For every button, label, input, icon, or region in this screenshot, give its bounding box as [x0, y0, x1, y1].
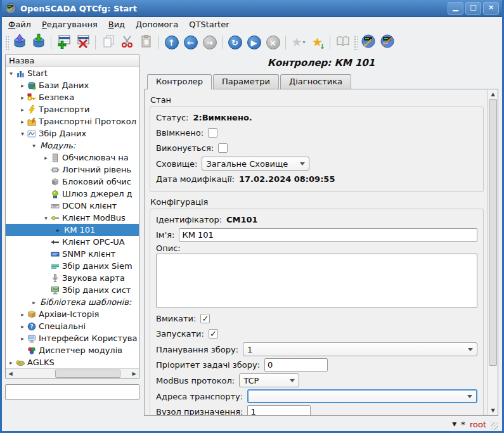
expand-open-icon[interactable]: ▾	[42, 215, 50, 221]
resize-grip[interactable]	[491, 422, 498, 430]
item-delete-icon	[75, 34, 91, 51]
running-checkbox[interactable]	[218, 143, 228, 153]
to-enable-checkbox[interactable]: ✓	[200, 314, 210, 323]
maximize-button[interactable]: □	[465, 2, 481, 15]
qtstarter-launcher-button[interactable]	[378, 34, 396, 51]
menu-help[interactable]: Допомога	[136, 20, 178, 29]
close-button[interactable]: ×	[483, 2, 499, 15]
name-input[interactable]	[179, 228, 477, 242]
item-delete-button[interactable]	[74, 34, 91, 51]
expand-closed-icon[interactable]: ▸	[18, 119, 27, 125]
scroll-right-icon[interactable]: ▶	[129, 369, 139, 378]
form-vertical-scrollbar[interactable]: ▲ ▼	[488, 89, 498, 415]
tab-diagnostics[interactable]: Діагностика	[280, 74, 351, 89]
tree-item-ui[interactable]: ▸Інтерфейси Користува	[6, 332, 139, 344]
expand-closed-icon[interactable]: ▸	[18, 107, 27, 113]
tree-item-aglks[interactable]: ▸AGLKS	[6, 356, 139, 368]
toolbar-handle[interactable]	[4, 35, 9, 50]
menu-edit[interactable]: Редагування	[42, 20, 98, 29]
item-add-button[interactable]	[55, 34, 72, 51]
toolbar-handle[interactable]	[353, 35, 358, 50]
expand-open-icon[interactable]: ▾	[18, 131, 27, 137]
scrollbar-thumb[interactable]	[55, 370, 120, 378]
tree-item-javacalc[interactable]: ▸Обчислювач на	[6, 152, 139, 164]
tree-item-snmp[interactable]: SNMP клієнт	[6, 248, 139, 260]
tree-item-soundcard[interactable]: Звукова карта	[6, 272, 139, 284]
toolbar: ↑ ← → ↻ ▶ × ★▾ ★↓	[2, 32, 502, 53]
panel-splitter[interactable]	[139, 54, 144, 417]
scroll-left-icon[interactable]: ◀	[6, 369, 15, 378]
tree-item-logiclevel[interactable]: Логічний рівень	[6, 164, 139, 176]
expand-closed-icon[interactable]: ▸	[30, 299, 38, 306]
schedule-combobox[interactable]: 1	[243, 342, 477, 356]
stop-button[interactable]: ×	[264, 34, 281, 51]
menu-file[interactable]: Файл	[8, 20, 31, 29]
favorite-add-button[interactable]: ★↓	[309, 34, 326, 51]
expand-open-icon[interactable]: ▾	[7, 70, 15, 77]
up-button[interactable]: ↑	[163, 34, 180, 51]
scroll-up-icon[interactable]: ▲	[488, 89, 498, 99]
expand-open-icon[interactable]: ▾	[30, 143, 38, 149]
back-arrow-icon: ←	[184, 36, 198, 49]
forward-button[interactable]: →	[201, 34, 218, 51]
transport-address-combobox[interactable]	[247, 389, 477, 403]
tree-header[interactable]: Назва	[6, 55, 139, 67]
tree-item-blockcalc[interactable]: Блоковий обчис	[6, 176, 139, 188]
paste-button[interactable]	[138, 34, 155, 51]
tree-item-security[interactable]: ▸Безпека	[6, 91, 139, 103]
messages-expander-icon[interactable]: ▼	[452, 421, 456, 427]
scroll-down-icon[interactable]: ▼	[488, 406, 498, 415]
tree-item-siemens[interactable]: Збір даних Siem	[6, 260, 139, 272]
tree-item-modbus[interactable]: ▾Клієнт ModBus	[6, 212, 139, 224]
scrollbar-thumb[interactable]	[489, 99, 497, 366]
tab-controller[interactable]: Контролер	[147, 74, 212, 89]
start-button[interactable]: ▶	[245, 34, 262, 51]
menu-qtstarter[interactable]: QTStarter	[189, 20, 229, 29]
destination-node-input[interactable]	[247, 405, 311, 415]
tree-item-dispatcher[interactable]: Диспетчер модулів	[6, 344, 139, 356]
priority-input[interactable]	[264, 358, 328, 372]
tree-search-input[interactable]	[5, 384, 139, 400]
tree-item-dcon[interactable]: DCON клієнт	[6, 200, 139, 212]
expand-closed-icon[interactable]: ▸	[18, 82, 27, 89]
minimize-button[interactable]: ▁	[448, 2, 463, 15]
tree-item-template-lib[interactable]: ▸Бібліотека шаблонів:	[6, 296, 139, 308]
tree-item-transports[interactable]: ▸Транспорти	[6, 103, 139, 115]
tree-item-module[interactable]: ▾Модуль:	[6, 139, 139, 152]
favorites-button[interactable]: ★▾	[290, 34, 307, 51]
menu-view[interactable]: Вид	[108, 20, 125, 29]
expand-closed-icon[interactable]: ▸	[18, 335, 27, 342]
tree-item-km101[interactable]: ▸КМ 101	[6, 224, 139, 236]
expand-closed-icon[interactable]: ▸	[18, 311, 27, 318]
expand-closed-icon[interactable]: ▸	[54, 227, 62, 233]
back-button[interactable]: ←	[182, 34, 199, 51]
refresh-button[interactable]: ↻	[226, 34, 243, 51]
save-to-db-button[interactable]	[30, 34, 47, 51]
enabled-checkbox[interactable]	[208, 128, 217, 138]
tree-item-opcua[interactable]: Клієнт OPC-UA	[6, 236, 139, 248]
expand-closed-icon[interactable]: ▸	[18, 94, 27, 101]
tree-item-gateway[interactable]: Шлюз джерел д	[6, 188, 139, 200]
tree-item-special[interactable]: ▸?Спеціальні	[6, 320, 139, 332]
expand-closed-icon[interactable]: ▸	[7, 359, 15, 366]
tree-item-daq[interactable]: ▾Збір Даних	[6, 127, 139, 139]
tree-item-archives[interactable]: ▸Архіви-Історія	[6, 308, 139, 320]
protocol-select[interactable]: TCP	[239, 373, 299, 387]
expand-closed-icon[interactable]: ▸	[42, 155, 50, 161]
cut-button[interactable]	[119, 34, 136, 51]
tree-item-systemdaq[interactable]: Збір даних сист	[6, 284, 139, 296]
to-start-checkbox[interactable]: ✓	[209, 329, 218, 339]
manual-button[interactable]	[334, 34, 351, 51]
tab-parameters[interactable]: Параметри	[213, 74, 279, 89]
tree-horizontal-scrollbar[interactable]: ◀ ▶	[6, 368, 139, 378]
qtstarter-config-button[interactable]	[359, 34, 377, 51]
description-textarea[interactable]	[156, 254, 477, 308]
tree-item-start[interactable]: ▾Start	[6, 67, 139, 79]
titlebar[interactable]: OpenSCADA QTCfg: Start ▁ □ ×	[2, 0, 502, 17]
tree-item-protocols[interactable]: ▸Транспортні Протокол	[6, 115, 139, 127]
load-from-db-button[interactable]	[11, 34, 28, 51]
copy-button[interactable]	[100, 34, 117, 51]
storage-select[interactable]: Загальне Сховище	[202, 157, 309, 171]
expand-closed-icon[interactable]: ▸	[18, 323, 27, 330]
tree-item-databases[interactable]: ▸Бази Даних	[6, 79, 139, 91]
